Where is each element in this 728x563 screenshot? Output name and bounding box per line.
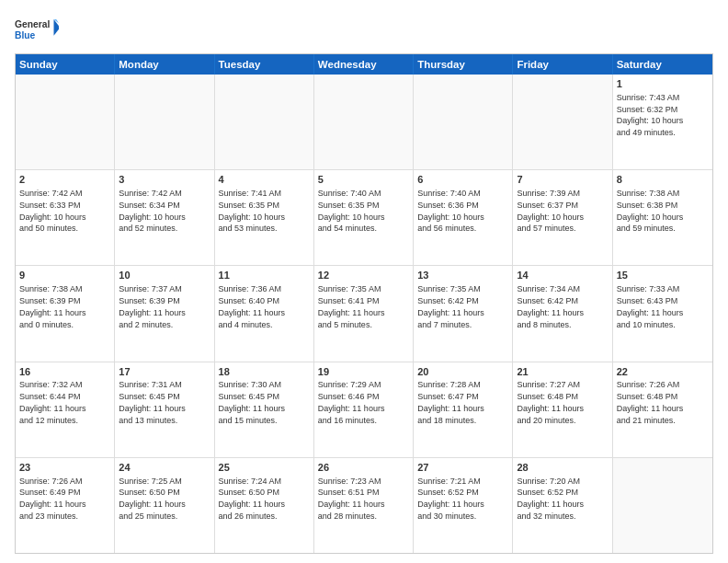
calendar-cell-20: 20Sunrise: 7:28 AMSunset: 6:47 PMDayligh… [414, 362, 513, 457]
calendar-cell-15: 15Sunrise: 7:33 AMSunset: 6:43 PMDayligh… [613, 266, 712, 361]
calendar-cell-11: 11Sunrise: 7:36 AMSunset: 6:40 PMDayligh… [215, 266, 314, 361]
day-number: 12 [318, 269, 409, 282]
day-info: Sunrise: 7:41 AMSunset: 6:35 PMDaylight:… [219, 189, 286, 233]
calendar-cell-14: 14Sunrise: 7:34 AMSunset: 6:42 PMDayligh… [513, 266, 612, 361]
day-number: 26 [318, 461, 409, 475]
day-info: Sunrise: 7:39 AMSunset: 6:37 PMDaylight:… [517, 189, 584, 233]
day-number: 3 [119, 173, 210, 187]
day-number: 19 [318, 365, 409, 379]
day-number: 16 [19, 365, 110, 379]
logo-svg: General Blue [15, 11, 59, 48]
calendar-cell-empty [513, 75, 612, 169]
header-day-saturday: Saturday [613, 54, 712, 75]
calendar-cell-6: 6Sunrise: 7:40 AMSunset: 6:36 PMDaylight… [414, 170, 513, 265]
calendar-cell-26: 26Sunrise: 7:23 AMSunset: 6:51 PMDayligh… [314, 458, 414, 553]
day-info: Sunrise: 7:40 AMSunset: 6:36 PMDaylight:… [417, 189, 484, 233]
calendar-cell-8: 8Sunrise: 7:38 AMSunset: 6:38 PMDaylight… [613, 170, 712, 265]
header-day-friday: Friday [513, 54, 612, 75]
calendar-cell-5: 5Sunrise: 7:40 AMSunset: 6:35 PMDaylight… [314, 170, 414, 265]
calendar-cell-21: 21Sunrise: 7:27 AMSunset: 6:48 PMDayligh… [513, 362, 612, 457]
day-number: 27 [417, 461, 508, 475]
calendar-cell-12: 12Sunrise: 7:35 AMSunset: 6:41 PMDayligh… [314, 266, 414, 361]
day-number: 18 [219, 365, 310, 379]
day-number: 25 [219, 461, 310, 475]
day-number: 15 [617, 269, 709, 282]
day-info: Sunrise: 7:35 AMSunset: 6:42 PMDaylight:… [417, 284, 484, 328]
day-info: Sunrise: 7:36 AMSunset: 6:40 PMDaylight:… [219, 284, 286, 328]
day-number: 9 [19, 269, 110, 282]
calendar-row-1: 1Sunrise: 7:43 AMSunset: 6:32 PMDaylight… [16, 75, 712, 169]
header-day-wednesday: Wednesday [314, 54, 414, 75]
day-info: Sunrise: 7:38 AMSunset: 6:39 PMDaylight:… [19, 284, 86, 328]
header-day-sunday: Sunday [16, 54, 115, 75]
calendar-row-4: 16Sunrise: 7:32 AMSunset: 6:44 PMDayligh… [16, 362, 712, 457]
day-info: Sunrise: 7:26 AMSunset: 6:49 PMDaylight:… [19, 477, 86, 521]
day-number: 6 [417, 173, 508, 187]
calendar-cell-empty [414, 75, 513, 169]
calendar-header: SundayMondayTuesdayWednesdayThursdayFrid… [16, 54, 712, 75]
day-info: Sunrise: 7:25 AMSunset: 6:50 PMDaylight:… [119, 477, 186, 521]
calendar-cell-27: 27Sunrise: 7:21 AMSunset: 6:52 PMDayligh… [414, 458, 513, 553]
day-info: Sunrise: 7:43 AMSunset: 6:32 PMDaylight:… [617, 93, 684, 137]
day-number: 2 [19, 173, 110, 187]
calendar-cell-24: 24Sunrise: 7:25 AMSunset: 6:50 PMDayligh… [115, 458, 214, 553]
calendar-cell-23: 23Sunrise: 7:26 AMSunset: 6:49 PMDayligh… [16, 458, 115, 553]
calendar-cell-28: 28Sunrise: 7:20 AMSunset: 6:52 PMDayligh… [513, 458, 612, 553]
day-number: 24 [119, 461, 210, 475]
logo: General Blue [15, 11, 59, 48]
day-info: Sunrise: 7:32 AMSunset: 6:44 PMDaylight:… [19, 380, 86, 424]
day-number: 10 [119, 269, 210, 282]
calendar-cell-1: 1Sunrise: 7:43 AMSunset: 6:32 PMDaylight… [613, 75, 712, 169]
header: General Blue [15, 11, 713, 48]
day-info: Sunrise: 7:24 AMSunset: 6:50 PMDaylight:… [219, 477, 286, 521]
day-info: Sunrise: 7:30 AMSunset: 6:45 PMDaylight:… [219, 380, 286, 424]
day-info: Sunrise: 7:33 AMSunset: 6:43 PMDaylight:… [617, 284, 684, 328]
day-number: 20 [417, 365, 508, 379]
day-info: Sunrise: 7:35 AMSunset: 6:41 PMDaylight:… [318, 284, 385, 328]
calendar-cell-25: 25Sunrise: 7:24 AMSunset: 6:50 PMDayligh… [215, 458, 314, 553]
day-number: 5 [318, 173, 409, 187]
day-info: Sunrise: 7:42 AMSunset: 6:34 PMDaylight:… [119, 189, 186, 233]
calendar-cell-empty [613, 458, 712, 553]
day-info: Sunrise: 7:29 AMSunset: 6:46 PMDaylight:… [318, 380, 385, 424]
calendar-cell-9: 9Sunrise: 7:38 AMSunset: 6:39 PMDaylight… [16, 266, 115, 361]
calendar-cell-empty [115, 75, 214, 169]
calendar-cell-empty [215, 75, 314, 169]
day-number: 17 [119, 365, 210, 379]
day-number: 28 [517, 461, 608, 475]
calendar-body: 1Sunrise: 7:43 AMSunset: 6:32 PMDaylight… [16, 75, 712, 553]
day-number: 23 [19, 461, 110, 475]
day-info: Sunrise: 7:42 AMSunset: 6:33 PMDaylight:… [19, 189, 86, 233]
calendar-cell-empty [16, 75, 115, 169]
day-info: Sunrise: 7:21 AMSunset: 6:52 PMDaylight:… [417, 477, 484, 521]
calendar-row-2: 2Sunrise: 7:42 AMSunset: 6:33 PMDaylight… [16, 169, 712, 265]
calendar-cell-13: 13Sunrise: 7:35 AMSunset: 6:42 PMDayligh… [414, 266, 513, 361]
calendar-cell-22: 22Sunrise: 7:26 AMSunset: 6:48 PMDayligh… [613, 362, 712, 457]
header-day-monday: Monday [115, 54, 214, 75]
calendar-cell-17: 17Sunrise: 7:31 AMSunset: 6:45 PMDayligh… [115, 362, 214, 457]
svg-marker-2 [54, 19, 59, 36]
calendar-cell-19: 19Sunrise: 7:29 AMSunset: 6:46 PMDayligh… [314, 362, 414, 457]
page: General Blue SundayMondayTuesdayWednesda… [0, 0, 728, 563]
calendar-cell-3: 3Sunrise: 7:42 AMSunset: 6:34 PMDaylight… [115, 170, 214, 265]
calendar-row-3: 9Sunrise: 7:38 AMSunset: 6:39 PMDaylight… [16, 265, 712, 361]
day-info: Sunrise: 7:28 AMSunset: 6:47 PMDaylight:… [417, 380, 484, 424]
day-info: Sunrise: 7:37 AMSunset: 6:39 PMDaylight:… [119, 284, 186, 328]
calendar-cell-empty [314, 75, 414, 169]
day-number: 21 [517, 365, 608, 379]
day-number: 22 [617, 365, 709, 379]
day-info: Sunrise: 7:27 AMSunset: 6:48 PMDaylight:… [517, 380, 584, 424]
day-number: 11 [219, 269, 310, 282]
calendar-cell-18: 18Sunrise: 7:30 AMSunset: 6:45 PMDayligh… [215, 362, 314, 457]
calendar-cell-7: 7Sunrise: 7:39 AMSunset: 6:37 PMDaylight… [513, 170, 612, 265]
day-number: 8 [617, 173, 709, 187]
day-number: 4 [219, 173, 310, 187]
day-number: 1 [617, 77, 709, 91]
day-info: Sunrise: 7:20 AMSunset: 6:52 PMDaylight:… [517, 477, 584, 521]
calendar-cell-10: 10Sunrise: 7:37 AMSunset: 6:39 PMDayligh… [115, 266, 214, 361]
day-info: Sunrise: 7:38 AMSunset: 6:38 PMDaylight:… [617, 189, 684, 233]
calendar: SundayMondayTuesdayWednesdayThursdayFrid… [15, 53, 713, 554]
day-info: Sunrise: 7:23 AMSunset: 6:51 PMDaylight:… [318, 477, 385, 521]
calendar-cell-2: 2Sunrise: 7:42 AMSunset: 6:33 PMDaylight… [16, 170, 115, 265]
day-number: 14 [517, 269, 608, 282]
